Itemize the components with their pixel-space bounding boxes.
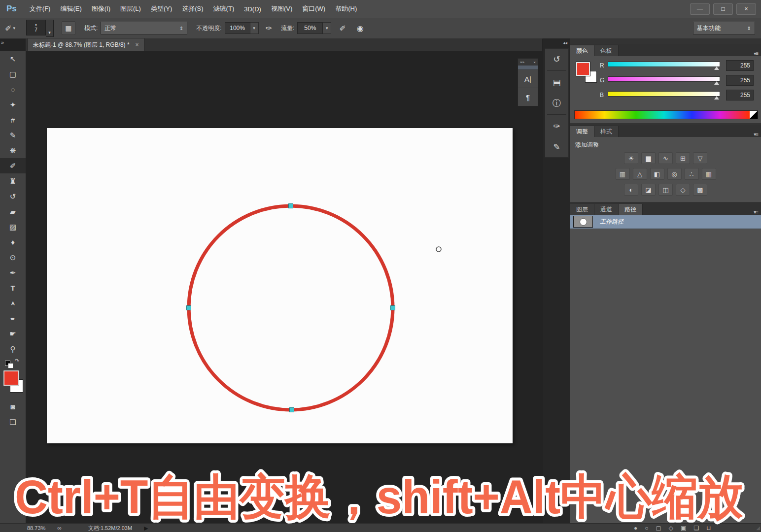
selective-color-button[interactable]: ◇ bbox=[676, 184, 690, 196]
info-panel-button[interactable]: ⓘ bbox=[545, 93, 568, 113]
zoom-tool[interactable]: ⚲ bbox=[0, 341, 26, 357]
dock-expand-icon[interactable]: »» bbox=[520, 60, 524, 65]
brightness-contrast-button[interactable]: ☀ bbox=[624, 152, 638, 164]
fill-path-button[interactable]: ● bbox=[634, 525, 637, 532]
green-slider-thumb[interactable] bbox=[714, 81, 719, 85]
shape-tool[interactable]: ● bbox=[0, 311, 26, 326]
spectrum-ramp[interactable] bbox=[575, 111, 750, 119]
load-selection-button[interactable]: ▢ bbox=[656, 525, 661, 532]
tab-adjustments[interactable]: 调整 bbox=[570, 126, 594, 137]
work-path-row[interactable]: 工作路径 bbox=[570, 215, 761, 229]
marquee-tool[interactable]: ▢ bbox=[0, 66, 26, 82]
blue-slider-track[interactable] bbox=[608, 91, 720, 97]
color-balance-button[interactable]: △ bbox=[633, 168, 647, 180]
zoom-level-field[interactable]: 88.73% bbox=[27, 525, 45, 531]
tab-channels[interactable]: 通道 bbox=[594, 204, 619, 215]
default-colors-control[interactable]: ↷ bbox=[0, 357, 26, 368]
canvas[interactable] bbox=[47, 128, 513, 443]
brush-preset-caret-icon[interactable]: ▾ bbox=[13, 26, 15, 31]
airbrush-icon[interactable]: ✐ bbox=[339, 24, 346, 33]
opacity-value[interactable]: 100% bbox=[225, 22, 250, 34]
menu-help[interactable]: 帮助(H) bbox=[335, 4, 357, 13]
add-mask-button[interactable]: ▣ bbox=[681, 525, 686, 532]
menu-select[interactable]: 选择(S) bbox=[182, 4, 203, 13]
brush-preset-icon[interactable]: ✐ bbox=[5, 24, 11, 33]
panel-menu-icon[interactable]: ▾≡ bbox=[754, 51, 758, 56]
opacity-caret[interactable]: ▾ bbox=[250, 22, 259, 34]
menu-edit[interactable]: 编辑(E) bbox=[60, 4, 81, 13]
tab-color[interactable]: 颜色 bbox=[570, 45, 594, 56]
panel-menu-icon[interactable]: ▾≡ bbox=[754, 132, 758, 137]
levels-button[interactable]: ▆ bbox=[641, 152, 656, 164]
menu-layer[interactable]: 图层(L) bbox=[120, 4, 141, 13]
minimize-button[interactable]: — bbox=[690, 3, 710, 15]
document-tab[interactable]: 未标题-1 @ 88.7% (图层 1, RGB/8) * × bbox=[28, 38, 144, 51]
paragraph-panel-button[interactable]: ¶ bbox=[518, 88, 538, 106]
history-brush-tool[interactable]: ↺ bbox=[0, 189, 26, 204]
red-slider-track[interactable] bbox=[608, 62, 720, 67]
pressure-size-icon[interactable]: ◉ bbox=[357, 24, 364, 33]
blend-mode-select[interactable]: 正常 ⇕ bbox=[101, 22, 187, 34]
mask-from-path-button[interactable]: ◇ bbox=[669, 525, 673, 532]
curves-button[interactable]: ∿ bbox=[658, 152, 673, 164]
menu-type[interactable]: 类型(Y) bbox=[151, 4, 172, 13]
lasso-tool[interactable]: ◌ bbox=[0, 82, 26, 97]
toggle-brush-panel-button[interactable]: ▦ bbox=[62, 21, 75, 35]
red-value-field[interactable]: 255 bbox=[726, 60, 754, 71]
menu-3d[interactable]: 3D(D) bbox=[244, 5, 261, 13]
dock-close-icon[interactable]: × bbox=[533, 60, 536, 65]
character-panel-button[interactable]: A| bbox=[518, 69, 538, 88]
close-button[interactable]: × bbox=[736, 3, 756, 15]
green-slider[interactable] bbox=[608, 75, 719, 86]
red-circle-path[interactable] bbox=[189, 206, 393, 410]
mini-bridge-panel-button[interactable]: ▤ bbox=[545, 72, 568, 93]
blur-tool[interactable]: ♦ bbox=[0, 234, 26, 250]
pen-tool[interactable]: ✒ bbox=[0, 265, 26, 280]
history-panel-button[interactable]: ↺ bbox=[545, 49, 568, 69]
blue-slider[interactable] bbox=[608, 90, 719, 100]
clone-source-panel-button[interactable]: ✎ bbox=[545, 136, 568, 157]
channel-mixer-button[interactable]: ∴ bbox=[685, 168, 699, 180]
quick-mask-button[interactable]: ◙ bbox=[0, 399, 26, 414]
swap-colors-icon[interactable]: ↷ bbox=[15, 358, 19, 364]
tab-close-icon[interactable]: × bbox=[136, 41, 139, 48]
brush-tool[interactable]: ✐ bbox=[0, 158, 26, 173]
screen-mode-button[interactable]: ❏ bbox=[0, 414, 26, 430]
stroke-path-button[interactable]: ○ bbox=[645, 525, 648, 532]
magic-wand-tool[interactable]: ✦ bbox=[0, 97, 26, 112]
tab-swatches[interactable]: 色板 bbox=[594, 45, 619, 56]
tab-styles[interactable]: 样式 bbox=[594, 126, 619, 137]
menu-window[interactable]: 窗口(W) bbox=[302, 4, 325, 13]
color-spectrum[interactable] bbox=[574, 110, 758, 119]
posterize-button[interactable]: ◪ bbox=[641, 184, 656, 196]
green-slider-track[interactable] bbox=[608, 76, 720, 82]
paint-bucket-tool[interactable]: ▨ bbox=[0, 219, 26, 234]
hue-saturation-button[interactable]: ▥ bbox=[616, 168, 630, 180]
healing-brush-tool[interactable]: ❋ bbox=[0, 143, 26, 158]
dock-collapse-icon[interactable]: ◂◂ bbox=[563, 40, 567, 45]
gradient-map-button[interactable]: ▩ bbox=[693, 184, 707, 196]
black-white-button[interactable]: ◧ bbox=[650, 168, 664, 180]
foreground-color-swatch[interactable] bbox=[576, 62, 590, 76]
path-selection-tool[interactable]: ➤ bbox=[0, 296, 26, 311]
vibrance-button[interactable]: ▽ bbox=[693, 152, 707, 164]
photo-filter-button[interactable]: ◎ bbox=[667, 168, 682, 180]
foreground-color-swatch[interactable] bbox=[3, 370, 19, 386]
blue-slider-thumb[interactable] bbox=[714, 96, 719, 100]
delete-path-button[interactable]: ⊔ bbox=[706, 525, 711, 532]
brush-size-caret[interactable]: ▾ bbox=[46, 20, 54, 37]
eraser-tool[interactable]: ▰ bbox=[0, 204, 26, 219]
exposure-button[interactable]: ⊞ bbox=[676, 152, 690, 164]
anchor-handle-top[interactable] bbox=[289, 204, 293, 208]
tablet-opacity-icon[interactable]: ✑ bbox=[266, 24, 272, 33]
brush-panel-button[interactable]: ✑ bbox=[545, 116, 568, 136]
green-value-field[interactable]: 255 bbox=[726, 75, 754, 86]
red-slider-thumb[interactable] bbox=[714, 66, 719, 70]
crop-tool[interactable]: # bbox=[0, 112, 26, 128]
path-thumbnail[interactable] bbox=[573, 216, 593, 228]
clone-stamp-tool[interactable]: ♜ bbox=[0, 173, 26, 189]
tab-layers[interactable]: 图层 bbox=[570, 204, 594, 215]
threshold-button[interactable]: ◫ bbox=[658, 184, 673, 196]
blue-value-field[interactable]: 255 bbox=[726, 90, 754, 100]
color-lookup-button[interactable]: ▦ bbox=[702, 168, 716, 180]
